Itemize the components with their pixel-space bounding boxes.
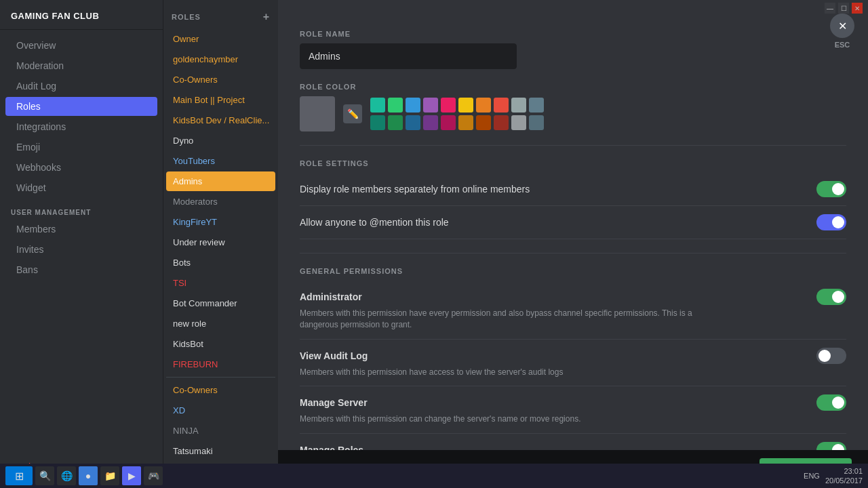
maximize-button[interactable]: ☐ xyxy=(838,3,849,14)
role-item-youtubers[interactable]: YouTubers xyxy=(166,151,275,171)
toggle-thumb-server xyxy=(832,396,844,409)
sidebar-item-roles[interactable]: Roles xyxy=(5,97,157,116)
permission-admin-name: Administrator xyxy=(300,291,362,302)
color-swatch-0[interactable] xyxy=(370,98,385,113)
color-swatch-4[interactable] xyxy=(441,98,456,113)
toggle-display-separately[interactable] xyxy=(816,181,846,197)
sidebar-item-moderation[interactable]: Moderation xyxy=(5,56,157,75)
color-swatch-16[interactable] xyxy=(476,115,491,130)
sidebar-item-widget[interactable]: Widget xyxy=(5,178,157,197)
role-item-co-owners[interactable]: Co-Owners xyxy=(166,70,275,89)
color-swatch-14[interactable] xyxy=(441,115,456,130)
color-swatch-15[interactable] xyxy=(458,115,473,130)
start-button[interactable]: ⊞ xyxy=(5,466,33,485)
sidebar-item-bans[interactable]: Bans xyxy=(5,260,157,279)
taskbar-files-icon[interactable]: 📁 xyxy=(100,466,119,485)
taskbar-chrome-icon[interactable]: ● xyxy=(79,466,98,485)
role-item-co-owners2[interactable]: Co-Owners xyxy=(166,380,275,400)
role-item-owner[interactable]: Owner xyxy=(166,29,275,49)
toggle-thumb-audit xyxy=(818,350,831,362)
role-item-tsi[interactable]: TSI xyxy=(166,273,275,293)
close-button[interactable]: ✕ xyxy=(852,3,863,14)
role-item-kidsbot[interactable]: KidsBot xyxy=(166,334,275,354)
sidebar-item-audit-log[interactable]: Audit Log xyxy=(5,77,157,96)
roles-separator xyxy=(166,377,275,378)
role-item-admins[interactable]: Admins xyxy=(166,171,275,191)
role-item-under-review[interactable]: Under review xyxy=(166,232,275,252)
role-item-new-role[interactable]: new role xyxy=(166,314,275,333)
toggle-thumb-admin xyxy=(832,291,844,303)
toggle-thumb-2 xyxy=(832,216,844,228)
divider-2 xyxy=(300,253,846,253)
taskbar-lang: ENG xyxy=(804,472,820,480)
color-swatch-8[interactable] xyxy=(511,98,526,113)
sidebar-item-emoji[interactable]: Emoji xyxy=(5,138,157,157)
sidebar-item-overview[interactable]: Overview xyxy=(5,36,157,55)
sidebar-item-integrations[interactable]: Integrations xyxy=(5,117,157,136)
role-item-bot-commander[interactable]: Bot Commander xyxy=(166,293,275,313)
permission-audit-header: View Audit Log xyxy=(300,348,846,364)
color-swatch-13[interactable] xyxy=(423,115,438,130)
role-color-label: ROLE COLOR xyxy=(300,83,846,91)
divider-1 xyxy=(300,145,846,146)
role-item-dyno[interactable]: Dyno xyxy=(166,131,275,150)
sidebar-item-webhooks[interactable]: Webhooks xyxy=(5,158,157,177)
esc-icon: ✕ xyxy=(830,14,854,38)
color-swatch-19[interactable] xyxy=(529,115,544,130)
color-swatch-6[interactable] xyxy=(476,98,491,113)
permission-server-desc: Members with this permission can change … xyxy=(300,413,707,425)
color-swatch-9[interactable] xyxy=(529,98,544,113)
role-item-ninja[interactable]: NINJA xyxy=(166,421,275,441)
toggle-administrator[interactable] xyxy=(816,289,846,305)
esc-button[interactable]: ✕ ESC xyxy=(830,14,854,49)
taskbar-search-icon[interactable]: 🔍 xyxy=(35,466,54,485)
permission-server-header: Manage Server xyxy=(300,394,846,411)
taskbar-discord-icon[interactable]: ▶ xyxy=(122,466,141,485)
color-swatch-12[interactable] xyxy=(406,115,420,130)
role-item-goldenchaymber[interactable]: goldenchaymber xyxy=(166,49,275,69)
roles-label: ROLES xyxy=(172,13,201,21)
color-swatch-7[interactable] xyxy=(494,98,509,113)
role-item-bots[interactable]: Bots xyxy=(166,253,275,272)
permission-server-name: Manage Server xyxy=(300,397,368,408)
taskbar-steam-icon[interactable]: 🎮 xyxy=(144,466,163,485)
permission-view-audit-log: View Audit Log Members with this permiss… xyxy=(300,340,846,387)
color-swatch-11[interactable] xyxy=(388,115,403,130)
permission-admin-header: Administrator xyxy=(300,289,846,305)
color-swatch-1[interactable] xyxy=(388,98,403,113)
add-role-icon[interactable]: + xyxy=(263,11,270,23)
role-settings-label: ROLE SETTINGS xyxy=(300,159,846,167)
toggle-manage-server[interactable] xyxy=(816,394,846,411)
permission-audit-desc: Members with this permission have access… xyxy=(300,367,707,378)
sidebar-item-invites[interactable]: Invites xyxy=(5,240,157,259)
color-picker-icon[interactable]: ✏️ xyxy=(343,104,362,123)
roles-header: ROLES + xyxy=(163,0,278,28)
color-swatch-5[interactable] xyxy=(458,98,473,113)
color-swatch-18[interactable] xyxy=(511,115,526,130)
role-item-xd[interactable]: XD xyxy=(166,401,275,420)
taskbar-time: 23:01 xyxy=(825,466,863,476)
role-item-fireburn[interactable]: FIREBURN xyxy=(166,354,275,374)
taskbar-cortana-icon[interactable]: 🌐 xyxy=(57,466,76,485)
role-item-kidsbot-dev[interactable]: KidsBot Dev / RealClie... xyxy=(166,110,275,130)
taskbar-date: 20/05/2017 xyxy=(825,476,863,485)
color-swatch-10[interactable] xyxy=(370,115,385,130)
role-item-moderators[interactable]: Moderators xyxy=(166,192,275,211)
taskbar-left: ⊞ 🔍 🌐 ● 📁 ▶ 🎮 xyxy=(5,466,163,485)
main-content: ✕ ESC ROLE NAME ROLE COLOR ✏️ ROLE SETTI… xyxy=(278,0,868,488)
sidebar-item-members[interactable]: Members xyxy=(5,220,157,239)
general-permissions-label: GENERAL PERMISSIONS xyxy=(300,267,846,275)
role-name-input[interactable] xyxy=(300,43,517,69)
window-controls: — ☐ ✕ xyxy=(819,0,868,16)
color-swatch-17[interactable] xyxy=(494,115,509,130)
permission-admin-desc: Members with this permission have every … xyxy=(300,308,707,331)
toggle-allow-mention[interactable] xyxy=(816,214,846,230)
role-item-kingfireyt[interactable]: KingFireYT xyxy=(166,212,275,232)
toggle-view-audit-log[interactable] xyxy=(816,348,846,364)
color-swatch-3[interactable] xyxy=(423,98,438,113)
color-swatch-2[interactable] xyxy=(406,98,420,113)
color-preview[interactable] xyxy=(300,96,335,131)
role-item-main-bot[interactable]: Main Bot || Project xyxy=(166,90,275,110)
role-item-tatsumaki[interactable]: Tatsumaki xyxy=(166,441,275,461)
minimize-button[interactable]: — xyxy=(825,3,835,14)
